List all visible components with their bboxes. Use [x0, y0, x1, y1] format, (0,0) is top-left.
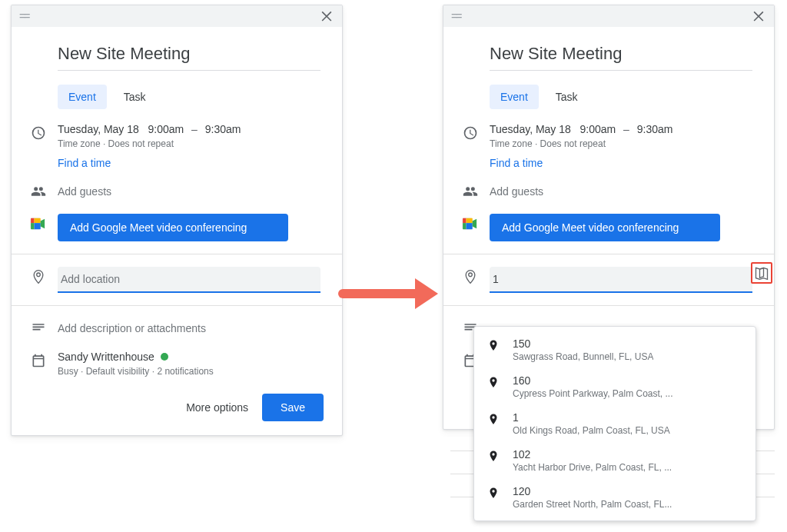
tz-repeat-line[interactable]: Time zone · Does not repeat — [58, 138, 320, 149]
tab-task[interactable]: Task — [113, 85, 157, 109]
close-icon[interactable] — [751, 8, 766, 25]
divider — [443, 305, 774, 306]
map-preview-button[interactable] — [751, 262, 772, 284]
suggestion-sub: Cypress Point Parkway, Palm Coast, ... — [513, 388, 673, 399]
event-title-input[interactable] — [490, 41, 752, 71]
organizer-status-line: Busy · Default visibility · 2 notificati… — [58, 366, 320, 377]
suggestion-main: 160 — [513, 374, 673, 387]
more-options-link[interactable]: More options — [186, 401, 248, 414]
suggestion-sub: Sawgrass Road, Bunnell, FL, USA — [513, 351, 653, 362]
tab-event[interactable]: Event — [58, 85, 107, 109]
find-a-time-link[interactable]: Find a time — [490, 157, 752, 169]
event-start-time[interactable]: 9:00am — [580, 123, 616, 135]
tab-event[interactable]: Event — [490, 85, 539, 109]
add-google-meet-button[interactable]: Add Google Meet video conferencing — [58, 214, 288, 241]
suggestion-main: 102 — [513, 448, 672, 461]
suggestion-main: 150 — [513, 337, 653, 350]
organizer-line[interactable]: Sandy Writtenhouse — [58, 351, 320, 363]
event-title-input[interactable] — [58, 41, 320, 71]
time-separator: – — [191, 123, 198, 135]
pin-icon — [486, 339, 500, 356]
event-end-time[interactable]: 9:30am — [637, 123, 673, 135]
location-input[interactable] — [490, 267, 752, 293]
status-dot-icon — [161, 353, 168, 361]
event-end-time[interactable]: 9:30am — [205, 123, 241, 135]
divider — [443, 254, 774, 254]
meet-icon — [462, 215, 479, 232]
location-suggestion[interactable]: 150Sawgrass Road, Bunnell, FL, USA — [474, 331, 755, 368]
guests-icon — [462, 183, 479, 200]
location-pin-icon — [30, 268, 47, 285]
suggestion-sub: Garden Street North, Palm Coast, FL... — [513, 499, 672, 510]
add-guests-field[interactable]: Add guests — [58, 185, 320, 198]
time-separator: – — [623, 123, 629, 135]
event-date[interactable]: Tuesday, May 18 — [58, 123, 139, 135]
suggestion-main: 1 — [513, 411, 670, 424]
event-date[interactable]: Tuesday, May 18 — [490, 123, 571, 135]
divider — [12, 254, 342, 254]
find-a-time-link[interactable]: Find a time — [58, 157, 320, 169]
add-description-field[interactable]: Add description or attachments — [58, 322, 320, 334]
description-icon — [30, 320, 47, 337]
location-suggestion[interactable]: 120Garden Street North, Palm Coast, FL..… — [474, 479, 755, 516]
suggestion-sub: Yacht Harbor Drive, Palm Coast, FL, ... — [513, 462, 672, 473]
guests-icon — [30, 183, 47, 200]
suggestion-main: 120 — [513, 485, 672, 497]
pin-icon — [486, 487, 500, 504]
location-suggestion[interactable]: 160Cypress Point Parkway, Palm Coast, ..… — [474, 368, 755, 405]
tz-repeat-line[interactable]: Time zone · Does not repeat — [490, 138, 752, 149]
location-suggestions-dropdown: 150Sawgrass Road, Bunnell, FL, USA160Cyp… — [473, 326, 756, 521]
pin-icon — [486, 450, 500, 467]
close-icon[interactable] — [319, 8, 334, 25]
clock-icon — [30, 125, 47, 141]
datetime-line[interactable]: Tuesday, May 18 9:00am – 9:30am — [490, 123, 752, 135]
add-google-meet-button[interactable]: Add Google Meet video conferencing — [490, 214, 720, 241]
drag-handle-icon[interactable]: == — [19, 10, 28, 22]
panel-titlebar: == — [443, 5, 774, 27]
divider — [12, 305, 342, 306]
pin-icon — [486, 376, 500, 393]
event-editor-panel-before: == Event Task Tuesday, May 18 9:00am – 9… — [11, 5, 343, 436]
datetime-line[interactable]: Tuesday, May 18 9:00am – 9:30am — [58, 123, 320, 135]
suggestion-sub: Old Kings Road, Palm Coast, FL, USA — [513, 425, 670, 436]
location-suggestion[interactable]: 102Yacht Harbor Drive, Palm Coast, FL, .… — [474, 442, 755, 479]
tutorial-arrow-icon — [338, 278, 446, 309]
save-button[interactable]: Save — [262, 394, 324, 421]
organizer-name: Sandy Writtenhouse — [58, 351, 154, 363]
drag-handle-icon[interactable]: == — [451, 10, 460, 22]
pin-icon — [486, 413, 500, 430]
location-suggestion[interactable]: 1Old Kings Road, Palm Coast, FL, USA — [474, 405, 755, 442]
tab-task[interactable]: Task — [545, 85, 589, 109]
calendar-icon — [30, 352, 47, 369]
panel-titlebar: == — [12, 5, 342, 27]
add-guests-field[interactable]: Add guests — [490, 185, 752, 198]
meet-icon — [30, 215, 47, 232]
clock-icon — [462, 125, 479, 141]
event-start-time[interactable]: 9:00am — [148, 123, 184, 135]
location-input[interactable] — [58, 267, 320, 293]
location-pin-icon — [462, 268, 479, 285]
